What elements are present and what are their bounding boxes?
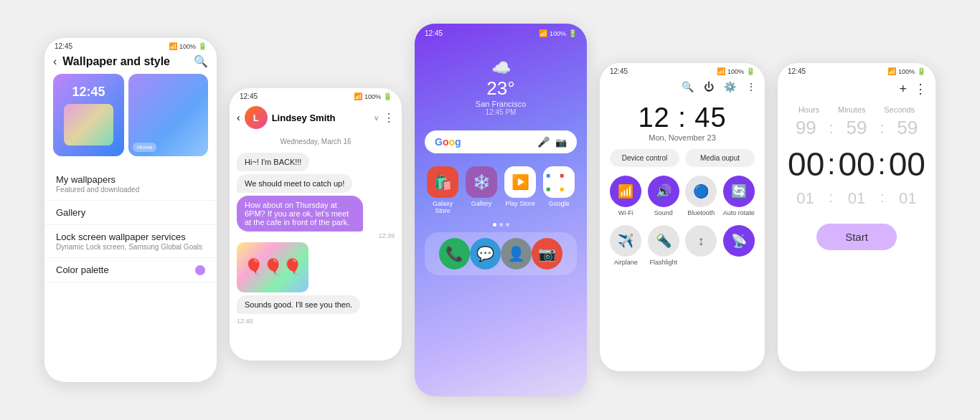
more-options-icon[interactable]: ⋮ (383, 111, 395, 125)
app-google[interactable]: ■■ ■■ Google (542, 166, 575, 214)
chevron-down-icon: ∨ (374, 114, 379, 122)
status-bar-5: 12:45 📶 100% 🔋 (778, 63, 936, 77)
color-dot (195, 265, 205, 275)
status-time-2: 12:45 (240, 92, 258, 100)
status-bar-3: 12:45 📶 100% 🔋 (415, 24, 587, 37)
toggle-rotate-alt[interactable]: ↕️ (685, 225, 717, 266)
app-play-store[interactable]: ▶️ Play Store (504, 166, 537, 214)
main-seconds: 00 (889, 145, 925, 183)
msg-time-4: 12:40 (237, 318, 395, 325)
signal-text-2: 100% (364, 93, 381, 100)
more-icon-sw[interactable]: ⋮ (914, 81, 927, 97)
mic-icon[interactable]: 🎤 (537, 136, 550, 148)
status-icons-4: 📶 100% 🔋 (717, 67, 755, 75)
menu-item-lock-screen[interactable]: Lock screen wallpaper services Dynamic L… (44, 225, 217, 258)
date-divider: Wednesday, March 16 (230, 133, 402, 150)
toggle-flashlight[interactable]: 🔦 Flashlight (648, 225, 680, 266)
btm-seconds: 01 (899, 189, 916, 208)
weather-widget: ☁️ 23° San Francisco 12:45 PM (415, 37, 587, 123)
weather-city: San Francisco (415, 100, 587, 108)
dock-contacts[interactable]: 👤 (501, 238, 532, 269)
sound-toggle-icon: 🔊 (648, 176, 679, 207)
top-seconds: 59 (897, 117, 918, 139)
qs-toggle-grid: 📶 Wi-Fi 🔊 Sound 🔵 Bluetooth 🔄 Auto rotat… (600, 173, 765, 222)
toggle-nfc[interactable]: 📡 (723, 225, 755, 266)
weather-time: 12:45 PM (415, 108, 587, 116)
status-icons-3: 📶 100% 🔋 (539, 29, 577, 37)
airplane-toggle-icon: ✈️ (610, 225, 641, 257)
toggle-airplane[interactable]: ✈️ Airplane (610, 225, 642, 266)
sw-main-time: 00 : 00 : 00 (778, 140, 936, 188)
battery-icon-2: 🔋 (383, 92, 392, 100)
wifi-toggle-icon: 📶 (610, 176, 641, 207)
search-icon-qs[interactable]: 🔍 (682, 81, 694, 92)
label-seconds: Seconds (884, 105, 915, 114)
phone-stopwatch: 12:45 📶 100% 🔋 + ⋮ Hours Minutes Seconds… (778, 63, 936, 371)
top-minutes: 59 (847, 117, 867, 139)
wallpaper-thumb-1[interactable]: 12:45 (53, 74, 124, 156)
wifi-icon-4: 📶 (717, 67, 725, 75)
status-time-4: 12:45 (610, 67, 628, 75)
search-icon[interactable]: 🔍 (194, 54, 208, 68)
label-minutes: Minutes (838, 105, 866, 114)
toggle-autorotate[interactable]: 🔄 Auto rotate (723, 176, 755, 216)
status-bar-1: 12:45 📶 100% 🔋 (44, 38, 217, 52)
status-time-5: 12:45 (788, 67, 806, 75)
menu-item-color-palette[interactable]: Color palette (44, 258, 217, 282)
sw-start-row: Start (778, 209, 936, 250)
battery-icon-5: 🔋 (917, 67, 925, 75)
plus-icon[interactable]: + (899, 82, 907, 97)
toggle-sound[interactable]: 🔊 Sound (648, 176, 680, 216)
flashlight-toggle-icon: 🔦 (648, 225, 679, 257)
dot-2 (499, 223, 503, 226)
sw-labels: Hours Minutes Seconds (778, 100, 936, 115)
wifi-icon-2: 📶 (354, 92, 362, 100)
rotate-alt-icon: ↕️ (685, 225, 717, 257)
weather-temp: 23° (415, 77, 587, 100)
search-bar[interactable]: Goog 🎤 📷 (425, 130, 577, 153)
autorotate-toggle-icon: 🔄 (723, 176, 755, 207)
lens-icon[interactable]: 📷 (555, 137, 567, 148)
menu-item-gallery[interactable]: Gallery (44, 201, 217, 225)
phone-wallpaper: 12:45 📶 100% 🔋 ‹ Wallpaper and style 🔍 1… (44, 38, 217, 382)
wallpaper-header: ‹ Wallpaper and style 🔍 (44, 52, 217, 74)
wifi-icon: 📶 (169, 42, 177, 50)
page-title-wallpaper: Wallpaper and style (62, 55, 188, 68)
dot-1 (493, 223, 496, 226)
wallpaper-thumb-2[interactable]: Home (128, 74, 208, 156)
status-icons-2: 📶 100% 🔋 (354, 92, 392, 100)
dot-3 (506, 223, 509, 226)
btm-minutes: 01 (848, 189, 865, 208)
message-bubble-2: We should meet to catch up! (237, 174, 352, 193)
dock-camera[interactable]: 📷 (532, 238, 562, 269)
wp-time: 12:45 (72, 85, 105, 100)
main-colon-1: : (827, 148, 835, 181)
contact-avatar: L (245, 106, 268, 129)
toggle-bluetooth[interactable]: 🔵 Bluetooth (685, 176, 717, 216)
phone-quick-settings: 12:45 📶 100% 🔋 🔍 ⏻ ⚙️ ⋮ 12 : 45 Mon, Nov… (600, 63, 765, 371)
media-output-btn[interactable]: Media ouput (685, 149, 755, 167)
message-area: Hi~! I'm BACK!!! We should meet to catch… (230, 150, 402, 328)
menu-item-my-wallpapers[interactable]: My wallpapers Featured and downloaded (44, 168, 217, 201)
toggle-wifi[interactable]: 📶 Wi-Fi (610, 176, 642, 216)
start-button[interactable]: Start (816, 224, 897, 250)
power-icon-qs[interactable]: ⏻ (704, 81, 714, 92)
clock-time: 12 : 45 (600, 102, 765, 133)
dock-messages[interactable]: 💬 (470, 238, 501, 269)
more-icon-qs[interactable]: ⋮ (746, 81, 756, 92)
app-galaxy-store[interactable]: 🛍️ Galaxy Store (426, 166, 459, 214)
settings-icon-qs[interactable]: ⚙️ (724, 81, 736, 92)
qs-toggle-grid-2: ✈️ Airplane 🔦 Flashlight ↕️ 📡 (600, 222, 765, 272)
battery-icon-4: 🔋 (746, 67, 755, 75)
message-header: ‹ L Lindsey Smith ∨ ⋮ (230, 102, 402, 133)
back-icon-msg[interactable]: ‹ (237, 112, 240, 123)
sw-bottom-nums: 01 : 01 : 01 (778, 188, 936, 209)
app-gallery[interactable]: ❄️ Gallery (465, 166, 498, 214)
battery-icon-3: 🔋 (568, 29, 577, 37)
back-icon[interactable]: ‹ (53, 55, 57, 68)
device-control-btn[interactable]: Device control (610, 149, 679, 167)
phone-messages: 12:45 📶 100% 🔋 ‹ L Lindsey Smith ∨ ⋮ Wed… (230, 88, 402, 361)
dock-phone[interactable]: 📞 (439, 238, 470, 269)
colon-top-1: : (829, 119, 834, 138)
clock-display: 12 : 45 Mon, November 23 (600, 95, 765, 143)
